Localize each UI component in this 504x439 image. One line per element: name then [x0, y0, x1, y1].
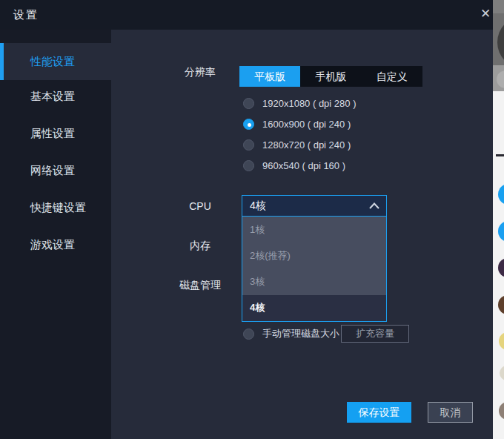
background-header-strip	[493, 0, 504, 13]
radio-icon	[243, 160, 254, 171]
resolution-option-960x540[interactable]: 960x540 ( dpi 160 )	[243, 155, 345, 176]
resolution-option-1280x720[interactable]: 1280x720 ( dpi 240 )	[243, 134, 351, 155]
tab-tablet[interactable]: 平板版	[239, 66, 300, 87]
sidebar-item-network[interactable]: 网络设置	[0, 152, 111, 189]
cpu-select[interactable]: 4核	[242, 195, 387, 217]
background-app-icon	[498, 295, 504, 314]
background-app-icon	[498, 258, 504, 277]
background-app-icon	[500, 366, 504, 380]
cpu-option-3core[interactable]: 3核	[242, 269, 386, 295]
sidebar-item-basic[interactable]: 基本设置	[0, 78, 111, 115]
background-divider	[496, 154, 504, 156]
performance-settings-panel: 分辨率 平板版 手机版 自定义 1920x1080 ( dpi 280 ) 16…	[111, 30, 493, 439]
cpu-select-value: 4核	[242, 199, 369, 213]
radio-icon	[243, 329, 254, 340]
radio-icon	[243, 139, 254, 151]
tab-custom[interactable]: 自定义	[362, 66, 422, 87]
resolution-option-1920x1080[interactable]: 1920x1080 ( dpi 280 )	[243, 93, 356, 113]
sidebar-item-hotkey[interactable]: 快捷键设置	[0, 189, 111, 226]
resolution-option-label: 1600x900 ( dpi 240 )	[262, 119, 351, 130]
resolution-option-label: 1280x720 ( dpi 240 )	[262, 139, 351, 151]
radio-selected-icon	[243, 119, 254, 130]
resolution-option-1600x900[interactable]: 1600x900 ( dpi 240 )	[243, 113, 351, 134]
sidebar-item-performance[interactable]: 性能设置	[0, 43, 111, 80]
cancel-button[interactable]: 取消	[428, 402, 473, 423]
settings-dialog: 设置 ✕ 性能设置 基本设置 属性设置 网络设置 快捷键设置 游戏设置 分辨率 …	[0, 0, 493, 439]
cpu-dropdown: 1核 2核(推荐) 3核 4核	[242, 217, 387, 322]
cpu-option-4core[interactable]: 4核	[242, 295, 386, 321]
resolution-tabbar: 平板版 手机版 自定义	[239, 66, 422, 87]
background-app-icon	[499, 402, 504, 420]
cpu-option-2core[interactable]: 2核(推荐)	[242, 242, 386, 268]
disk-option-label: 手动管理磁盘大小	[262, 327, 339, 340]
expand-capacity-button[interactable]: 扩充容量	[341, 325, 409, 343]
background-app-icon	[498, 221, 504, 242]
chevron-up-icon	[369, 202, 379, 209]
background-app-icon	[499, 332, 504, 350]
radio-icon	[243, 98, 254, 109]
dialog-title: 设置	[13, 0, 39, 30]
sidebar-item-property[interactable]: 属性设置	[0, 115, 111, 152]
settings-screen: 设置 ✕ 性能设置 基本设置 属性设置 网络设置 快捷键设置 游戏设置 分辨率 …	[0, 0, 504, 439]
settings-sidebar: 性能设置 基本设置 属性设置 网络设置 快捷键设置 游戏设置	[0, 30, 111, 439]
close-icon[interactable]: ✕	[477, 0, 494, 30]
disk-option-manual[interactable]: 手动管理磁盘大小	[243, 323, 339, 344]
save-settings-button[interactable]: 保存设置	[347, 402, 411, 423]
background-app-icon	[498, 184, 504, 205]
background-window-edge[interactable]	[493, 0, 504, 439]
tab-phone[interactable]: 手机版	[300, 66, 361, 87]
resolution-option-label: 960x540 ( dpi 160 )	[262, 160, 345, 171]
cpu-option-1core[interactable]: 1核	[242, 217, 386, 242]
sidebar-item-game[interactable]: 游戏设置	[0, 226, 111, 263]
resolution-option-label: 1920x1080 ( dpi 280 )	[262, 98, 356, 109]
dialog-titlebar: 设置 ✕	[0, 0, 493, 30]
